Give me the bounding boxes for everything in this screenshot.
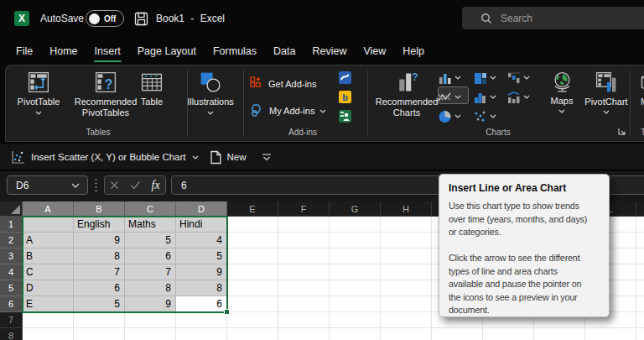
insert-column-chart-button[interactable]: [438, 71, 461, 85]
cancel-icon[interactable]: [110, 180, 119, 190]
tab-home[interactable]: Home: [41, 38, 86, 65]
cell-M1[interactable]: [636, 217, 644, 233]
row-header-3[interactable]: 3: [0, 248, 23, 264]
excel-logo-icon[interactable]: X: [14, 11, 29, 26]
cell-F6[interactable]: [278, 296, 330, 312]
column-header-a[interactable]: A: [23, 201, 74, 217]
cell-D8[interactable]: [176, 328, 227, 340]
cell-E2[interactable]: [227, 233, 278, 248]
column-header-h[interactable]: H: [381, 201, 432, 217]
tab-file[interactable]: File: [8, 38, 41, 65]
cell-M8[interactable]: [636, 328, 644, 340]
bing-maps-addin-icon[interactable]: b: [339, 91, 351, 103]
formula-bar-drag-handle[interactable]: [95, 178, 97, 192]
save-icon[interactable]: [134, 12, 148, 26]
cell-E1[interactable]: [227, 217, 278, 233]
column-header-e[interactable]: E: [227, 201, 278, 217]
insert-statistic-chart-button[interactable]: [473, 90, 496, 104]
cell-E3[interactable]: [227, 248, 278, 264]
cell-E5[interactable]: [227, 280, 278, 296]
cell-C6[interactable]: 9: [125, 296, 176, 312]
enter-icon[interactable]: [130, 180, 141, 190]
search-box[interactable]: Search: [462, 7, 644, 29]
pivottable-button[interactable]: PivotTable: [13, 71, 65, 115]
column-header-b[interactable]: B: [74, 201, 125, 217]
cell-A8[interactable]: [23, 328, 74, 340]
column-header-c[interactable]: C: [125, 201, 176, 217]
cell-B5[interactable]: 6: [74, 280, 125, 296]
cell-E6[interactable]: [227, 296, 278, 312]
cell-F4[interactable]: [278, 264, 330, 280]
cell-G7[interactable]: [330, 312, 381, 328]
cell-G8[interactable]: [330, 328, 381, 340]
cell-H5[interactable]: [381, 280, 432, 296]
cell-A5[interactable]: D: [23, 280, 74, 296]
cell-M4[interactable]: [636, 264, 644, 280]
cell-I8[interactable]: [432, 328, 483, 340]
recommended-charts-button[interactable]: ? Recommended Charts: [372, 71, 441, 118]
cell-H7[interactable]: [381, 312, 432, 328]
cell-H3[interactable]: [381, 248, 432, 264]
autosave-toggle[interactable]: Off: [86, 10, 124, 27]
new-button[interactable]: New: [210, 150, 247, 165]
cell-H4[interactable]: [381, 264, 432, 280]
cell-H2[interactable]: [381, 233, 432, 248]
cell-H8[interactable]: [381, 328, 432, 340]
cell-D7[interactable]: [176, 312, 227, 328]
cell-K8[interactable]: [534, 328, 585, 340]
cell-E7[interactable]: [227, 312, 278, 328]
people-graph-addin-icon[interactable]: [339, 71, 351, 84]
cell-G5[interactable]: [330, 280, 381, 296]
cell-G3[interactable]: [330, 248, 381, 264]
get-addins-button[interactable]: Get Add-ins: [249, 76, 316, 91]
cell-M2[interactable]: [636, 233, 644, 248]
cell-F5[interactable]: [278, 280, 330, 296]
cell-C5[interactable]: 8: [125, 280, 176, 296]
cell-B8[interactable]: [74, 328, 125, 340]
maps-button[interactable]: Maps: [543, 71, 581, 113]
row-header-1[interactable]: 1: [0, 217, 23, 233]
three-d-map-button-clipped[interactable]: M: [635, 71, 644, 107]
cell-D2[interactable]: 4: [176, 233, 227, 248]
my-addins-button[interactable]: My Add-ins: [249, 103, 326, 118]
cell-L8[interactable]: [585, 328, 636, 340]
tab-page-layout[interactable]: Page Layout: [129, 38, 205, 65]
cell-F7[interactable]: [278, 312, 330, 328]
cell-H6[interactable]: [381, 296, 432, 312]
insert-line-chart-button[interactable]: [438, 90, 461, 104]
cell-H1[interactable]: [381, 217, 432, 233]
cell-A1[interactable]: [23, 217, 74, 233]
cell-G6[interactable]: [330, 296, 381, 312]
cell-B6[interactable]: 5: [74, 296, 125, 312]
column-header-g[interactable]: G: [330, 201, 381, 217]
tab-view[interactable]: View: [355, 38, 394, 65]
pivotchart-button[interactable]: PivotChart: [581, 71, 631, 114]
cell-C4[interactable]: 7: [125, 264, 176, 280]
insert-hierarchy-chart-button[interactable]: [473, 71, 496, 85]
tab-insert[interactable]: Insert: [86, 38, 129, 65]
tab-review[interactable]: Review: [304, 38, 355, 65]
insert-pie-chart-button[interactable]: [438, 109, 461, 123]
cell-B1[interactable]: English: [74, 217, 125, 233]
cell-D1[interactable]: Hindi: [176, 217, 227, 233]
row-header-6[interactable]: 6: [0, 296, 23, 312]
cell-G1[interactable]: [330, 217, 381, 233]
tab-help[interactable]: Help: [394, 38, 433, 65]
cell-F2[interactable]: [278, 233, 330, 248]
cell-A4[interactable]: C: [23, 264, 74, 280]
column-header-f[interactable]: F: [278, 201, 330, 217]
cell-B2[interactable]: 9: [74, 233, 125, 248]
row-header-7[interactable]: 7: [0, 312, 23, 328]
row-header-4[interactable]: 4: [0, 264, 23, 280]
cell-C3[interactable]: 6: [125, 248, 176, 264]
insert-function-button[interactable]: fx: [152, 179, 160, 192]
cell-F3[interactable]: [278, 248, 330, 264]
cell-A2[interactable]: A: [23, 233, 74, 248]
column-header-d[interactable]: D: [176, 201, 227, 217]
cell-C2[interactable]: 5: [125, 233, 176, 248]
cell-B4[interactable]: 7: [74, 264, 125, 280]
org-chart-addin-icon[interactable]: [339, 110, 351, 123]
cell-D4[interactable]: 9: [176, 264, 227, 280]
cell-D6[interactable]: 6: [176, 296, 227, 312]
insert-scatter-button[interactable]: Insert Scatter (X, Y) or Bubble Chart: [11, 150, 199, 165]
